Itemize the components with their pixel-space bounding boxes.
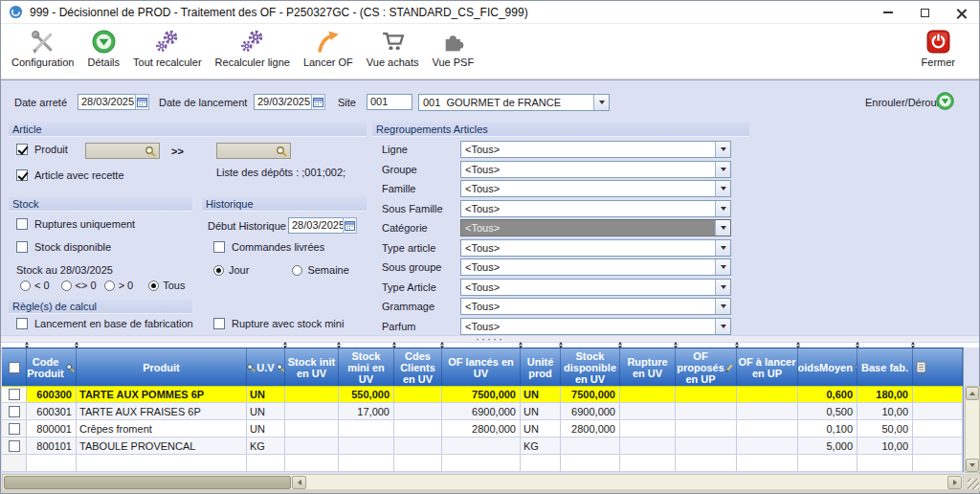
enrouler-toggle-icon[interactable] <box>935 91 955 111</box>
fermer-button[interactable]: Fermer <box>915 28 962 69</box>
commandes-livrees-checkbox[interactable] <box>213 241 225 253</box>
cell-stock-disponible: 6900,000 <box>561 403 620 420</box>
famille-select[interactable]: <Tous> <box>460 180 731 197</box>
chevron-down-icon <box>721 207 726 211</box>
groupe-select[interactable]: <Tous> <box>460 161 731 178</box>
semaine-radio[interactable] <box>292 265 302 276</box>
row-checkbox[interactable] <box>9 406 20 417</box>
table-row[interactable]: 800001 Crêpes froment UN 2800,000 UN 280… <box>2 420 963 438</box>
cell-produit: TARTE AUX POMMES 6P <box>77 386 247 403</box>
cell-uv: UN <box>247 386 285 403</box>
col-of-lances[interactable]: OF lancés en UV <box>442 348 521 386</box>
stock-ne0-radio[interactable] <box>61 281 72 291</box>
close-button[interactable] <box>943 1 979 24</box>
col-stock-init[interactable]: Stock init en UV <box>285 348 339 386</box>
col-rupture[interactable]: Rupture en UV <box>620 348 676 386</box>
vue-achats-button[interactable]: Vue achats <box>360 28 426 69</box>
ruptures-uniquement-checkbox[interactable] <box>16 218 28 230</box>
chevron-down-button[interactable] <box>715 181 730 196</box>
col-stock-mini[interactable]: Stock mini en UV <box>339 348 394 386</box>
jour-radio[interactable] <box>213 265 224 276</box>
site-select-dropdown-button[interactable] <box>593 95 609 110</box>
categorie-select[interactable]: <Tous> <box>460 219 731 236</box>
tout-recalculer-button[interactable]: Tout recalculer <box>126 28 209 69</box>
col-unite-prod[interactable]: Unité prod <box>521 348 561 386</box>
debut-historique-calendar-button[interactable] <box>343 217 357 234</box>
date-arrete-field[interactable]: 28/03/2025 <box>78 94 136 110</box>
chevron-down-button[interactable] <box>715 162 730 177</box>
type-article2-select[interactable]: <Tous> <box>460 279 731 296</box>
sous-groupe-select[interactable]: <Tous> <box>460 258 731 276</box>
lancer-of-button[interactable]: Lancer OF <box>297 28 360 69</box>
col-uv[interactable]: U.V <box>247 348 285 386</box>
row-checkbox[interactable] <box>9 389 20 400</box>
produit-search-to-button[interactable] <box>216 143 291 159</box>
chevron-down-button[interactable] <box>715 240 730 256</box>
col-of-a-lancer[interactable]: OF à lancer en UP <box>737 348 798 386</box>
recalculer-ligne-button[interactable]: Recalculer ligne <box>209 28 297 69</box>
table-row[interactable]: 600301 TARTE AUX FRAISES 6P UN 17,000 69… <box>2 403 963 420</box>
row-checkbox[interactable] <box>9 440 20 452</box>
rupture-stock-mini-label: Rupture avec stock mini <box>232 318 344 329</box>
stock-lt0-radio[interactable] <box>20 281 31 291</box>
col-poids-moyen[interactable]: PoidsMoyen <box>798 348 858 386</box>
lancement-base-fabrication-checkbox[interactable] <box>16 318 28 329</box>
details-button[interactable]: Détails <box>80 28 126 69</box>
chevron-down-button[interactable] <box>715 280 730 295</box>
configuration-button[interactable]: Configuration <box>5 28 80 69</box>
scroll-up-button[interactable] <box>966 387 979 400</box>
ligne-select[interactable]: <Tous> <box>460 141 731 158</box>
chevron-down-button[interactable] <box>715 220 730 236</box>
scroll-left-button[interactable] <box>292 476 306 489</box>
article-avec-recette-checkbox[interactable] <box>16 169 28 181</box>
stock-disponible-checkbox[interactable] <box>16 241 28 253</box>
table-row[interactable]: 600300 TARTE AUX POMMES 6P UN 550,000 75… <box>2 386 963 403</box>
date-arrete-calendar-button[interactable] <box>135 94 149 110</box>
col-code-produit[interactable]: Code Produit <box>27 348 77 386</box>
stock-tous-radio[interactable] <box>148 281 159 291</box>
chevron-down-button[interactable] <box>715 319 730 334</box>
type-article-select[interactable]: <Tous> <box>460 239 731 257</box>
search-sort-icon <box>276 363 285 372</box>
scroll-right-button[interactable] <box>947 476 962 489</box>
panel-splitter[interactable]: ····· <box>1 335 979 343</box>
sous-famille-select[interactable]: <Tous> <box>460 200 731 217</box>
table-row[interactable]: 800101 TABOULE PROVENCAL KG KG 5,000 10,… <box>2 438 963 455</box>
vertical-scrollbar[interactable] <box>965 386 980 473</box>
col-base-fab[interactable]: Base fab. <box>858 348 913 386</box>
date-lancement-field[interactable]: 29/03/2025 <box>254 94 312 110</box>
stock-gt0-radio[interactable] <box>104 281 115 291</box>
chevron-down-button[interactable] <box>715 299 730 314</box>
row-select-cell[interactable] <box>2 403 27 420</box>
scroll-down-button[interactable] <box>966 459 979 472</box>
close-icon <box>956 8 967 18</box>
row-checkbox[interactable] <box>9 423 20 435</box>
horizontal-scroll-thumb[interactable] <box>4 476 291 489</box>
minimize-button[interactable] <box>870 1 906 24</box>
row-select-cell[interactable] <box>2 438 27 455</box>
type-article2-select-value: <Tous> <box>461 281 715 293</box>
col-of-proposes[interactable]: OF proposés en UP <box>676 348 737 386</box>
vue-psf-button[interactable]: Vue PSF <box>425 28 480 69</box>
chevron-down-button[interactable] <box>715 259 730 275</box>
select-all-checkbox[interactable] <box>9 362 20 373</box>
chevron-down-button[interactable] <box>715 142 730 157</box>
col-filler <box>913 348 963 386</box>
col-cdes-clients[interactable]: Cdes Clients en UV <box>394 348 442 386</box>
debut-historique-field[interactable]: 28/03/2025 <box>288 217 344 234</box>
site-select[interactable]: 001 GOURMET de FRANCE <box>418 94 610 111</box>
chevron-down-button[interactable] <box>715 201 730 216</box>
row-select-cell[interactable] <box>2 386 27 403</box>
site-code-field[interactable]: 001 <box>367 94 412 110</box>
date-lancement-calendar-button[interactable] <box>311 94 325 110</box>
col-stock-disponible[interactable]: Stock disponible en UV <box>561 348 620 386</box>
produit-search-from-button[interactable] <box>85 143 160 159</box>
select-all-header-cell[interactable] <box>2 348 27 386</box>
produit-checkbox[interactable] <box>16 144 28 155</box>
col-produit[interactable]: Produit <box>77 348 247 386</box>
grammage-select[interactable]: <Tous> <box>460 298 731 315</box>
grid-options-icon[interactable] <box>916 361 926 373</box>
maximize-button[interactable] <box>906 1 943 24</box>
row-select-cell[interactable] <box>2 420 27 438</box>
rupture-stock-mini-checkbox[interactable] <box>213 318 225 329</box>
